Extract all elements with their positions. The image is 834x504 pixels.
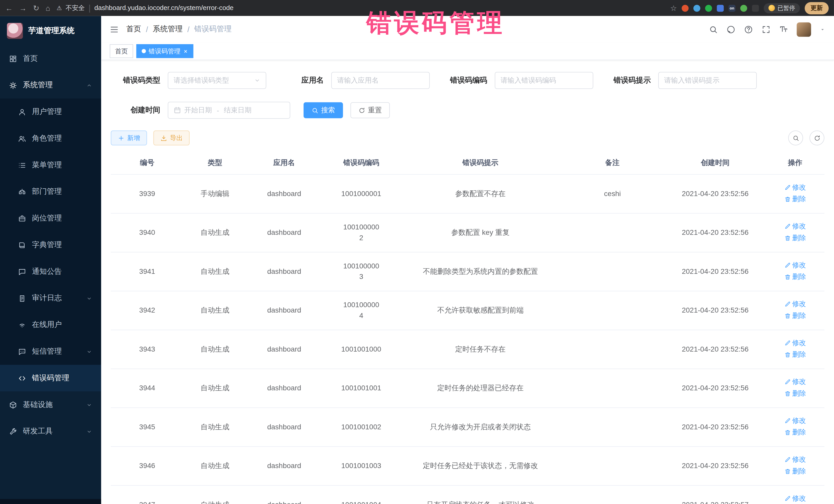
delete-link[interactable]: 删除 (784, 388, 806, 399)
update-button[interactable]: 更新 (805, 2, 829, 14)
breadcrumb-item[interactable]: 首页 (126, 24, 141, 34)
delete-link[interactable]: 删除 (784, 349, 806, 360)
edit-link[interactable]: 修改 (784, 415, 806, 426)
error-code-code-input[interactable]: 请输入错误码编码 (495, 72, 593, 89)
reload-icon[interactable]: ↻ (33, 4, 39, 12)
tab-error-code[interactable]: 错误码管理 (136, 44, 193, 58)
cell-id: 3943 (111, 330, 184, 369)
trash-icon (784, 196, 791, 202)
check-green-extension-icon[interactable] (705, 5, 712, 12)
paused-badge[interactable]: 已暂停 (764, 3, 800, 13)
fullscreen-button[interactable] (762, 25, 771, 34)
delete-link[interactable]: 删除 (784, 310, 806, 321)
sidebar-item-audit-log[interactable]: 审计日志 (0, 285, 101, 311)
app-name-input[interactable]: 请输入应用名 (331, 72, 430, 89)
url-separator: | (89, 3, 91, 13)
hamburger-icon[interactable] (110, 25, 119, 34)
cell-code: 1001000001 (322, 175, 400, 213)
calendar-icon (174, 107, 181, 114)
vpn-extension-icon[interactable]: on (728, 5, 736, 12)
filter-error-code-code: 错误码编码请输入错误码编码 (438, 72, 593, 89)
bookmark-star-icon[interactable]: ☆ (670, 4, 677, 12)
question-button[interactable] (744, 25, 753, 34)
table-row: 3945自动生成dashboard1001001002只允许修改为开启或者关闭状… (111, 408, 825, 446)
date-range-picker[interactable]: 开始日期-结束日期 (168, 102, 290, 118)
drop-extension-icon[interactable] (694, 5, 700, 12)
delete-link[interactable]: 删除 (784, 427, 806, 438)
record-extension-icon[interactable] (682, 5, 688, 12)
error-code-msg-input[interactable]: 请输入错误码提示 (658, 72, 757, 89)
cell-time: 2021-04-20 23:52:56 (665, 213, 766, 252)
grid-extension-icon[interactable] (717, 5, 724, 12)
fontsize-button[interactable] (779, 25, 788, 34)
address-bar[interactable]: ⚠ 不安全 | dashboard.yudao.iocoder.cn/syste… (57, 3, 664, 13)
search-button[interactable] (709, 25, 718, 34)
puzzle-extension-icon[interactable] (752, 5, 759, 12)
sidebar-item-post[interactable]: 岗位管理 (0, 205, 101, 232)
sidebar-item-label: 岗位管理 (32, 214, 62, 223)
edit-link[interactable]: 修改 (784, 493, 806, 504)
cell-code: 1001001001 (322, 369, 400, 408)
delete-link[interactable]: 删除 (784, 271, 806, 282)
caret-down-icon[interactable] (820, 26, 826, 32)
sidebar-item-error-code[interactable]: 错误码管理 (0, 365, 101, 392)
delete-link[interactable]: 删除 (784, 466, 806, 477)
leaf-extension-icon[interactable] (740, 5, 747, 12)
delete-label: 删除 (792, 466, 806, 477)
gear-icon (9, 81, 17, 89)
delete-link[interactable]: 删除 (784, 233, 806, 243)
tab-active-dot (142, 49, 146, 53)
cell-remark (561, 485, 665, 504)
github-button[interactable] (726, 25, 736, 34)
edit-link[interactable]: 修改 (784, 260, 806, 271)
export-button-label: 导出 (170, 133, 183, 143)
home-icon[interactable]: ⌂ (46, 4, 50, 12)
export-button[interactable]: 导出 (153, 130, 190, 145)
user-avatar[interactable] (797, 22, 811, 37)
sidebar-item-system[interactable]: 系统管理 (0, 72, 101, 98)
sidebar-item-online-user[interactable]: 在线用户 (0, 311, 101, 338)
end-date-placeholder: 结束日期 (224, 106, 251, 115)
breadcrumb: 首页/系统管理/错误码管理 (126, 24, 232, 34)
edit-link[interactable]: 修改 (784, 454, 806, 465)
sidebar-item-dict[interactable]: 字典管理 (0, 232, 101, 258)
sidebar-item-infra[interactable]: 基础设施 (0, 391, 101, 418)
sidebar-item-label: 错误码管理 (32, 373, 69, 383)
warning-icon: ⚠ (57, 5, 62, 12)
edit-link[interactable]: 修改 (784, 338, 806, 349)
back-icon[interactable]: ← (5, 4, 13, 12)
download-icon (160, 134, 167, 141)
search-icon (709, 25, 718, 34)
profile-face-icon (769, 5, 775, 11)
sidebar-item-home[interactable]: 首页 (0, 45, 101, 72)
sidebar-item-sms[interactable]: 短信管理 (0, 338, 101, 365)
breadcrumb-item[interactable]: 系统管理 (153, 24, 182, 34)
error-code-type-select[interactable]: 请选择错误码类型 (168, 72, 266, 89)
edit-link[interactable]: 修改 (784, 376, 806, 387)
edit-link[interactable]: 修改 (784, 299, 806, 309)
edit-link[interactable]: 修改 (784, 221, 806, 232)
delete-link[interactable]: 删除 (784, 194, 806, 204)
logo[interactable]: 芋道管理系统 (0, 16, 101, 45)
search-button[interactable]: 搜索 (304, 102, 343, 118)
sidebar-item-user[interactable]: 用户管理 (0, 98, 101, 125)
cell-msg: 定时任务不存在 (400, 330, 561, 369)
tab-home[interactable]: 首页 (110, 44, 133, 58)
sidebar-item-dev-tools[interactable]: 研发工具 (0, 418, 101, 445)
add-button[interactable]: 新增 (111, 130, 147, 145)
sidebar-item-menu[interactable]: 菜单管理 (0, 152, 101, 178)
reset-button[interactable]: 重置 (351, 102, 390, 118)
sidebar-item-role[interactable]: 角色管理 (0, 125, 101, 152)
edit-link[interactable]: 修改 (784, 182, 806, 193)
forward-icon[interactable]: → (19, 4, 27, 12)
tab-close-icon[interactable] (183, 49, 188, 53)
filter-label: 应用名 (274, 76, 324, 85)
sidebar-item-dept[interactable]: 部门管理 (0, 178, 101, 205)
show-search-button[interactable] (788, 130, 803, 145)
sidebar-item-notice[interactable]: 通知公告 (0, 258, 101, 285)
table-row: 3942自动生成dashboard100100000 4不允许获取敏感配置到前端… (111, 291, 825, 330)
sidebar-menu: 首页系统管理用户管理角色管理菜单管理部门管理岗位管理字典管理通知公告审计日志在线… (0, 45, 101, 499)
chev-down-icon (254, 77, 261, 84)
question-icon (744, 25, 753, 34)
refresh-table-button[interactable] (809, 130, 824, 145)
